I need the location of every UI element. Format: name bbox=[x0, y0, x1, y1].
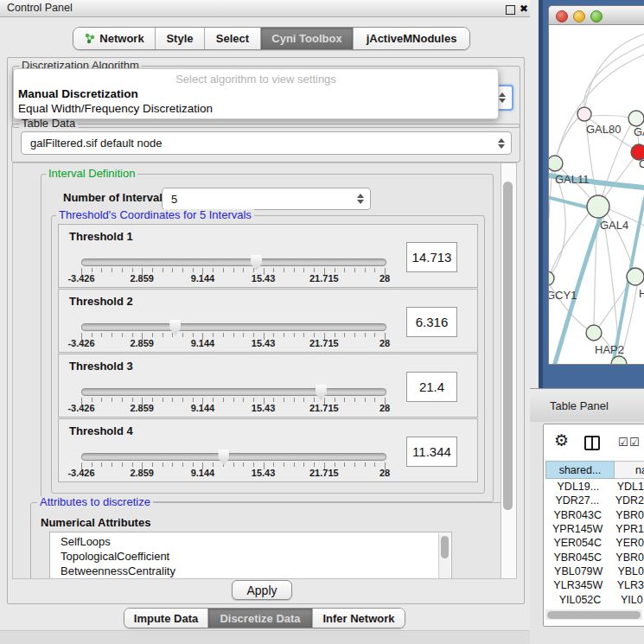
table-row[interactable]: YDR27...YDR2 bbox=[545, 494, 644, 507]
num-intervals-combobox[interactable]: 5 bbox=[162, 188, 371, 210]
dropdown-item[interactable]: Manual Discretization bbox=[18, 87, 138, 100]
network-node-label: GA bbox=[634, 125, 644, 138]
table-row[interactable]: YER054CYER0 bbox=[545, 536, 644, 550]
cell-shared-name: YLR345W bbox=[545, 579, 611, 591]
tick-label: -3.426 bbox=[67, 338, 94, 348]
tick-label: 28 bbox=[379, 468, 390, 478]
network-node[interactable] bbox=[586, 325, 602, 341]
tab-select[interactable]: Select bbox=[205, 28, 261, 49]
network-node-label: GAL11 bbox=[555, 173, 590, 186]
zoom-traffic-light-icon[interactable] bbox=[590, 10, 603, 22]
tab-network[interactable]: Network bbox=[73, 28, 156, 49]
tab-infer-network[interactable]: Infer Network bbox=[313, 609, 405, 628]
network-node[interactable] bbox=[549, 156, 563, 171]
numerical-attributes-label: Numerical Attributes bbox=[41, 516, 150, 529]
table-row[interactable]: YBR043CYBR0 bbox=[545, 508, 644, 522]
threshold-label: Threshold 3 bbox=[69, 360, 133, 373]
list-scrollbar[interactable] bbox=[438, 533, 450, 579]
close-icon[interactable]: ✖ bbox=[520, 3, 528, 15]
network-node[interactable] bbox=[628, 111, 644, 126]
attribute-list-item[interactable]: SelfLoops bbox=[50, 534, 451, 549]
table-data-combobox[interactable]: galFiltered.sif default node bbox=[21, 131, 512, 155]
slider-track[interactable] bbox=[81, 388, 386, 396]
threshold-panel: Threshold 3-3.4262.8599.14415.4321.71528… bbox=[58, 354, 478, 418]
table-header-row[interactable]: shared... na bbox=[545, 461, 644, 479]
slider-track[interactable] bbox=[81, 453, 386, 461]
table-row[interactable]: YBL079WYBL0 bbox=[545, 564, 644, 578]
top-tab-bar: NetworkStyleSelectCyni ToolboxjActiveMNo… bbox=[73, 27, 470, 50]
slider-track[interactable] bbox=[81, 258, 386, 266]
tab-discretize-data[interactable]: Discretize Data bbox=[208, 609, 313, 628]
tab-jactivemnodules[interactable]: jActiveMNodules bbox=[354, 28, 469, 49]
cell-shared-name: YIL052C bbox=[545, 594, 615, 606]
table-row[interactable]: YIL052CYIL0 bbox=[545, 592, 644, 606]
network-edge[interactable] bbox=[591, 116, 629, 118]
checkbox-icon[interactable]: ☑ bbox=[629, 436, 640, 449]
network-edge[interactable] bbox=[584, 44, 644, 107]
cell-shared-name: YBR045C bbox=[545, 552, 609, 564]
network-node[interactable] bbox=[587, 195, 609, 218]
slider-ticks bbox=[81, 462, 385, 471]
control-panel-window: Control Panel ✖ NetworkStyleSelectCyni T… bbox=[0, 0, 531, 644]
checkbox-icon[interactable]: ☑ bbox=[618, 436, 628, 449]
tab-cyni-toolbox[interactable]: Cyni Toolbox bbox=[261, 28, 354, 49]
tick-label: 21.715 bbox=[309, 273, 339, 284]
gear-icon[interactable]: ⚙ bbox=[554, 430, 569, 450]
threshold-label: Threshold 2 bbox=[69, 295, 133, 308]
threshold-value-field[interactable]: 21.4 bbox=[406, 372, 457, 402]
threshold-value-field[interactable]: 6.316 bbox=[406, 307, 457, 337]
num-intervals-value: 5 bbox=[163, 193, 357, 206]
attributes-group-title: Attributes to discretize bbox=[37, 496, 153, 507]
main-scrollbar[interactable] bbox=[501, 163, 517, 579]
cell-shared-name: YER054C bbox=[545, 537, 609, 549]
apply-button[interactable]: Apply bbox=[232, 580, 292, 600]
tick-label: 21.715 bbox=[309, 468, 339, 478]
threshold-value-field[interactable]: 14.713 bbox=[406, 242, 457, 272]
table-toolbar: ⚙ ☑ ☑ bbox=[544, 424, 644, 459]
table-hscrollbar[interactable] bbox=[545, 609, 642, 620]
dropdown-item[interactable]: Equal Width/Frequency Discretization bbox=[18, 102, 213, 115]
attribute-list-item[interactable]: TopologicalCoefficient bbox=[50, 549, 451, 564]
table-panel-title: Table Panel bbox=[550, 399, 609, 412]
threshold-panel: Threshold 4-3.4262.8599.14415.4321.71528… bbox=[58, 418, 478, 482]
network-node[interactable] bbox=[627, 268, 644, 285]
table-row[interactable]: YDL19...YDL1 bbox=[545, 480, 644, 494]
network-canvas[interactable]: GAL80GACGAL11GAL4GCY1HHAP2 bbox=[549, 24, 644, 364]
network-view-window[interactable]: GAL80GACGAL11GAL4GCY1HHAP2 bbox=[548, 5, 644, 365]
tick-label: 9.144 bbox=[191, 403, 215, 413]
combo-arrows-icon bbox=[499, 92, 512, 103]
tick-label: -3.426 bbox=[67, 403, 94, 413]
table-row[interactable]: YBR045CYBR0 bbox=[545, 550, 644, 564]
main-scrollbar-thumb[interactable] bbox=[503, 182, 513, 510]
settings-scroll-area: Interval Definition Number of Intervals … bbox=[12, 163, 502, 579]
dropdown-hint: Select algorithm to view settings bbox=[14, 73, 498, 86]
tick-label: 9.144 bbox=[191, 338, 215, 348]
network-node-label: GCY1 bbox=[549, 289, 577, 302]
network-edge[interactable] bbox=[603, 217, 619, 356]
network-node[interactable] bbox=[577, 107, 591, 121]
threshold-value-field[interactable]: 11.344 bbox=[406, 437, 457, 467]
tab-impute-data[interactable]: Impute Data bbox=[124, 609, 208, 628]
table-row[interactable]: YPR145WYPR1 bbox=[545, 522, 644, 536]
tab-style[interactable]: Style bbox=[156, 28, 205, 49]
cell-name: YIL0 bbox=[615, 594, 643, 606]
table-panel-box: ⚙ ☑ ☑ shared... na YDL19...YDL1YDR27...Y… bbox=[543, 424, 644, 627]
minimize-traffic-light-icon[interactable] bbox=[573, 10, 585, 22]
column-header-name[interactable]: na bbox=[615, 461, 644, 479]
network-edge[interactable] bbox=[557, 54, 644, 156]
slider-track[interactable] bbox=[81, 323, 386, 331]
tick-label: 28 bbox=[379, 338, 390, 348]
network-node[interactable] bbox=[549, 271, 554, 285]
network-edge[interactable] bbox=[585, 34, 644, 106]
cell-shared-name: YDL19... bbox=[545, 481, 611, 493]
numerical-attributes-list[interactable]: SelfLoopsTopologicalCoefficientBetweenne… bbox=[49, 532, 452, 579]
network-edge[interactable] bbox=[604, 158, 634, 198]
column-header-shared-name[interactable]: shared... bbox=[545, 461, 615, 479]
network-edge[interactable] bbox=[552, 171, 565, 273]
network-edge[interactable] bbox=[557, 118, 578, 156]
float-window-icon[interactable] bbox=[506, 5, 515, 15]
close-traffic-light-icon[interactable] bbox=[556, 10, 568, 22]
table-row[interactable]: YLR345WYLR3 bbox=[545, 578, 644, 592]
split-panel-icon[interactable] bbox=[584, 436, 600, 450]
attribute-list-item[interactable]: BetweennessCentrality bbox=[50, 564, 451, 578]
